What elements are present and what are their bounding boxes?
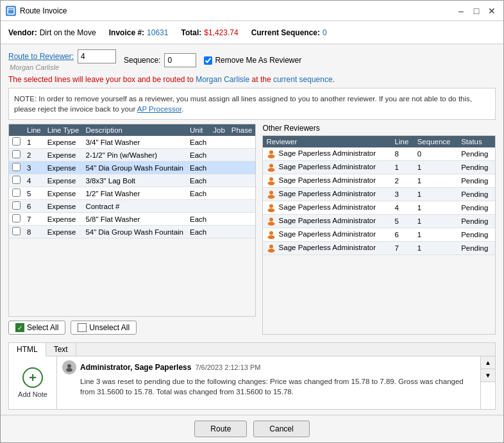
route-reviewer-input[interactable] [78, 49, 116, 63]
invoice-label: Invoice #: [109, 28, 144, 37]
svg-point-11 [268, 208, 275, 212]
select-all-button[interactable]: ✓ Select All [8, 321, 65, 335]
row-checkbox-cell[interactable] [9, 162, 24, 174]
row-type: Expense [44, 174, 83, 187]
reviewer-status-cell: Pending [458, 174, 495, 188]
cancel-button[interactable]: Cancel [253, 421, 309, 437]
sequence-input[interactable] [164, 53, 196, 67]
row-checkbox-cell[interactable] [9, 149, 24, 162]
row-checkbox-cell[interactable] [9, 213, 24, 226]
reviewer-status-cell: Pending [458, 147, 495, 161]
reviewer-name-cell: Sage Paperless Administrator [263, 215, 391, 228]
row-checkbox[interactable] [12, 188, 21, 197]
table-row[interactable]: 4 Expense 3/8x3" Lag Bolt Each [9, 174, 255, 187]
reviewer-seq-cell: 1 [414, 174, 458, 188]
row-checkbox[interactable] [12, 214, 21, 222]
row-checkbox-cell[interactable] [9, 200, 24, 213]
unselect-all-label: Unselect All [89, 323, 130, 332]
route-reviewer-row: Route to Reviewer: Morgan Carlisle Seque… [8, 49, 496, 71]
tab-html[interactable]: HTML [9, 343, 46, 356]
row-checkbox-cell[interactable] [9, 136, 24, 149]
reviewer-status-cell: Pending [458, 188, 495, 201]
row-unit [187, 200, 210, 213]
row-description: Contract # [82, 200, 187, 213]
reviewers-table-wrapper[interactable]: Reviewer Line Sequence Status Sage Paper… [262, 135, 496, 335]
remove-reviewer-checkbox-group: Remove Me As Reviewer [204, 56, 301, 65]
maximize-button[interactable]: □ [470, 4, 483, 17]
table-row[interactable]: 5 Expense 1/2" Flat Washer Each [9, 187, 255, 200]
ap-processor-link[interactable]: AP Processor [137, 105, 181, 113]
row-phase [228, 226, 256, 238]
lines-table-wrapper[interactable]: Line Line Type Description Unit Job Phas… [8, 124, 256, 317]
row-checkbox-cell[interactable] [9, 174, 24, 187]
reviewer-name-cell: Sage Paperless Administrator [263, 188, 391, 201]
reviewer-status-cell: Pending [458, 242, 495, 255]
add-note-label: Add Note [18, 390, 47, 398]
row-checkbox[interactable] [12, 150, 21, 158]
col-description: Description [82, 124, 187, 136]
row-type: Expense [44, 149, 83, 162]
vendor-field: Vendor: Dirt on the Move [8, 28, 96, 37]
svg-point-9 [268, 195, 275, 199]
reviewer-status-cell: Pending [458, 228, 495, 242]
row-line: 8 [24, 226, 44, 238]
lines-panel: Line Line Type Description Unit Job Phas… [8, 124, 256, 335]
row-checkbox[interactable] [12, 137, 21, 146]
svg-point-8 [269, 191, 273, 195]
reviewer-line-cell: 8 [392, 147, 414, 161]
scroll-down-button[interactable]: ▼ [481, 369, 495, 382]
row-phase [228, 136, 256, 149]
scroll-up-button[interactable]: ▲ [481, 356, 495, 369]
svg-point-2 [269, 151, 273, 155]
svg-point-13 [268, 222, 275, 226]
table-row[interactable]: 7 Expense 5/8" Flat Washer Each [9, 213, 255, 226]
row-unit: Each [187, 213, 210, 226]
row-description: 54" Dia Group Wash Fountain [82, 162, 187, 174]
row-description: 2-1/2" Pin (w/Washer) [82, 149, 187, 162]
reviewer-status-cell: Pending [458, 201, 495, 215]
total-field: Total: $1,423.74 [181, 28, 238, 37]
table-row[interactable]: 8 Expense 54" Dia Group Wash Fountain Ea… [9, 226, 255, 238]
unselect-all-button[interactable]: Unselect All [71, 321, 137, 335]
row-checkbox[interactable] [12, 227, 21, 235]
row-description: 1/2" Flat Washer [82, 187, 187, 200]
row-checkbox[interactable] [12, 176, 21, 184]
warning-sequence-ref: current sequence [273, 75, 333, 84]
total-value: $1,423.74 [204, 28, 238, 37]
reviewer-seq-cell: 1 [414, 161, 458, 174]
note-body: Line 3 was reset to pending due to the f… [80, 376, 475, 397]
note-message-header: Administrator, Sage Paperless 7/6/2023 2… [62, 360, 475, 374]
row-job [210, 136, 228, 149]
tab-text[interactable]: Text [46, 343, 76, 356]
row-checkbox-cell[interactable] [9, 187, 24, 200]
row-checkbox[interactable] [12, 201, 21, 210]
remove-reviewer-checkbox[interactable] [204, 56, 212, 65]
table-row[interactable]: 6 Expense Contract # [9, 200, 255, 213]
row-job [210, 174, 228, 187]
add-note-button[interactable]: + Add Note [9, 356, 57, 409]
row-line: 6 [24, 200, 44, 213]
row-line: 5 [24, 187, 44, 200]
route-button[interactable]: Route [194, 421, 247, 437]
svg-point-6 [269, 178, 273, 181]
select-all-icon: ✓ [15, 323, 24, 332]
row-checkbox[interactable] [12, 163, 21, 171]
reviewer-name-cell: Sage Paperless Administrator [263, 201, 391, 215]
row-line: 1 [24, 136, 44, 149]
warning-message: The selected lines will leave your box a… [8, 75, 496, 84]
minimize-button[interactable]: – [455, 4, 467, 17]
close-button[interactable]: ✕ [485, 4, 498, 17]
route-to-reviewer-link[interactable]: Route to Reviewer: [8, 52, 74, 61]
reviewer-row: Sage Paperless Administrator 3 1 Pending [263, 188, 495, 201]
sequence-field: Current Sequence: 0 [251, 28, 327, 37]
svg-point-17 [268, 249, 275, 253]
row-job [210, 149, 228, 162]
table-row[interactable]: 2 Expense 2-1/2" Pin (w/Washer) Each [9, 149, 255, 162]
note-box: NOTE: In order to remove yourself as a r… [8, 88, 496, 120]
table-row[interactable]: 1 Expense 3/4" Flat Washer Each [9, 136, 255, 149]
col-job: Job [210, 124, 228, 136]
row-checkbox-cell[interactable] [9, 226, 24, 238]
row-description: 54" Dia Group Wash Fountain [82, 226, 187, 238]
table-row[interactable]: 3 Expense 54" Dia Group Wash Fountain Ea… [9, 162, 255, 174]
total-label: Total: [181, 28, 201, 37]
